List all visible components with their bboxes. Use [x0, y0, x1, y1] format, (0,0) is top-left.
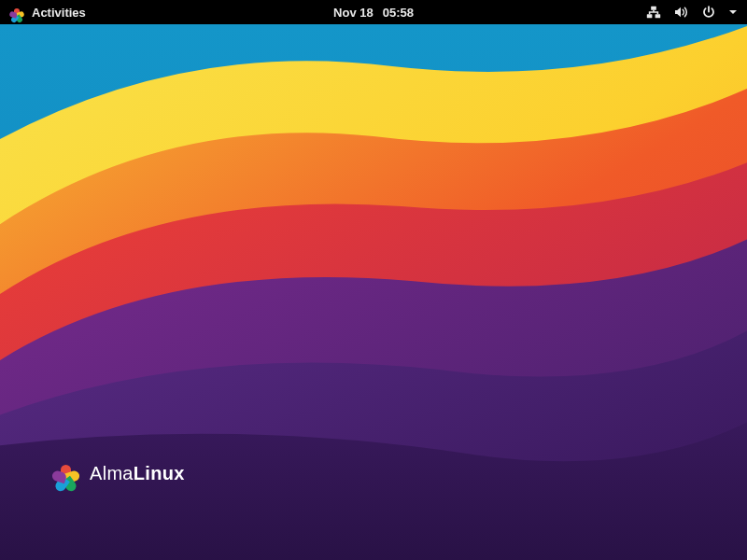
volume-high-icon — [674, 6, 689, 19]
almalinux-logo-icon — [52, 459, 80, 487]
power-icon — [702, 6, 715, 19]
clock-button[interactable]: Nov 18 05:58 — [333, 6, 414, 20]
almalinux-icon — [9, 5, 24, 20]
clock-time: 05:58 — [383, 6, 414, 20]
svg-rect-0 — [651, 7, 656, 10]
activities-button[interactable]: Activities — [32, 6, 86, 20]
distro-name: AlmaLinux — [90, 463, 185, 484]
clock-date: Nov 18 — [333, 6, 374, 20]
chevron-down-icon — [728, 8, 738, 16]
top-panel-left: Activities — [9, 5, 86, 20]
distro-brand: AlmaLinux — [52, 459, 185, 487]
system-status-area[interactable] — [646, 6, 738, 19]
svg-rect-1 — [647, 14, 653, 18]
network-wired-icon — [646, 6, 661, 19]
svg-rect-2 — [655, 14, 661, 18]
top-panel: Activities Nov 18 05:58 — [0, 0, 747, 24]
